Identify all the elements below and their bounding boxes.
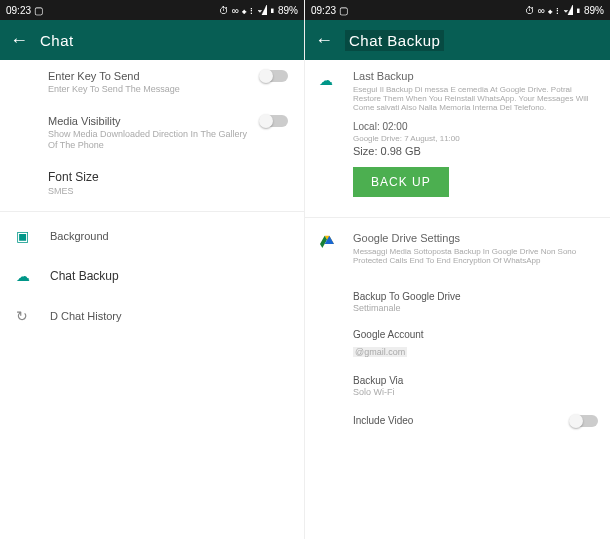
image-icon: ▣: [16, 228, 34, 244]
setting-title: Enter Key To Send: [48, 70, 254, 82]
backup-size: Size: 0.98 GB: [353, 145, 594, 157]
app-bar: ← Chat: [0, 20, 304, 60]
status-battery: 89%: [584, 5, 604, 16]
status-time: 09:23: [6, 5, 31, 16]
setting-backup-via[interactable]: Backup Via Solo Wi-Fi: [305, 367, 610, 405]
setting-title: Media Visibility: [48, 115, 254, 127]
nav-label: D Chat History: [50, 310, 122, 322]
status-notify-icon: ▢: [34, 5, 43, 16]
divider: [305, 217, 610, 218]
screen-chat-backup: 09:23 ▢ ⏱ ∞ ⬥ ⁝ ▾◢ ▮ 89% ← Chat Backup ☁…: [305, 0, 610, 539]
section-gdrive-settings: Google Drive Settings Messaggi Media Sot…: [305, 222, 610, 283]
setting-enter-key[interactable]: Enter Key To Send Enter Key To Send The …: [0, 60, 304, 105]
last-backup-desc: Esegui Il Backup Di messa E cemedia At G…: [353, 85, 594, 113]
setting-title: Google Account: [353, 329, 594, 340]
status-bar: 09:23 ▢ ⏱ ∞ ⬥ ⁝ ▾◢ ▮ 89%: [0, 0, 304, 20]
page-title: Chat Backup: [345, 30, 444, 51]
nav-label: Chat Backup: [50, 269, 119, 283]
gdrive-settings-desc: Messaggi Media Sottoposta Backup In Goog…: [353, 247, 594, 265]
screen-chat-settings: 09:23 ▢ ⏱ ∞ ⬥ ⁝ ▾◢ ▮ 89% ← Chat Enter Ke…: [0, 0, 305, 539]
app-bar: ← Chat Backup: [305, 20, 610, 60]
nav-label: Background: [50, 230, 109, 242]
drive-icon: [319, 234, 335, 248]
nav-chat-backup[interactable]: ☁ Chat Backup: [0, 256, 304, 296]
gdrive-settings-title: Google Drive Settings: [353, 232, 594, 244]
toggle-include-video[interactable]: [570, 415, 598, 427]
setting-font-size[interactable]: Font Size SMES: [0, 160, 304, 207]
local-time: Local: 02:00: [353, 121, 594, 132]
nav-background[interactable]: ▣ Background: [0, 216, 304, 256]
setting-value: Solo Wi-Fi: [353, 387, 594, 397]
status-icon: ⏱ ∞ ⬥ ⁝ ▾◢ ▮: [219, 5, 275, 16]
back-icon[interactable]: ←: [10, 30, 28, 51]
setting-google-account[interactable]: Google Account @gmail.com: [305, 321, 610, 367]
font-size-value: SMES: [48, 186, 288, 197]
setting-title: Include Video: [353, 415, 594, 426]
status-icon: ⏱ ∞ ⬥ ⁝ ▾◢ ▮: [525, 5, 581, 16]
font-size-title: Font Size: [48, 170, 288, 184]
page-title: Chat: [40, 32, 74, 49]
setting-title: Backup Via: [353, 375, 594, 386]
nav-chat-history[interactable]: ↻ D Chat History: [0, 296, 304, 336]
toggle-media-visibility[interactable]: [260, 115, 288, 127]
history-icon: ↻: [16, 308, 34, 324]
status-time: 09:23: [311, 5, 336, 16]
toggle-enter-key[interactable]: [260, 70, 288, 82]
gdrive-time: Google Drive: 7 August, 11:00: [353, 134, 594, 143]
status-bar: 09:23 ▢ ⏱ ∞ ⬥ ⁝ ▾◢ ▮ 89%: [305, 0, 610, 20]
setting-include-video[interactable]: Include Video: [305, 405, 610, 437]
divider: [0, 211, 304, 212]
setting-value: @gmail.com: [353, 347, 407, 357]
setting-desc: Show Media Downloaded Direction In The G…: [48, 129, 254, 151]
status-battery: 89%: [278, 5, 298, 16]
back-icon[interactable]: ←: [315, 30, 333, 51]
section-last-backup: ☁ Last Backup Esegui Il Backup Di messa …: [305, 60, 610, 213]
last-backup-title: Last Backup: [353, 70, 594, 82]
setting-value: Settimanale: [353, 303, 594, 313]
setting-media-visibility[interactable]: Media Visibility Show Media Downloaded D…: [0, 105, 304, 161]
setting-title: Backup To Google Drive: [353, 291, 594, 302]
backup-button[interactable]: BACK UP: [353, 167, 449, 197]
cloud-icon: ☁: [16, 268, 34, 284]
cloud-icon: ☁: [319, 72, 333, 88]
status-notify-icon: ▢: [339, 5, 348, 16]
setting-backup-to-gdrive[interactable]: Backup To Google Drive Settimanale: [305, 283, 610, 321]
setting-desc: Enter Key To Send The Message: [48, 84, 254, 95]
